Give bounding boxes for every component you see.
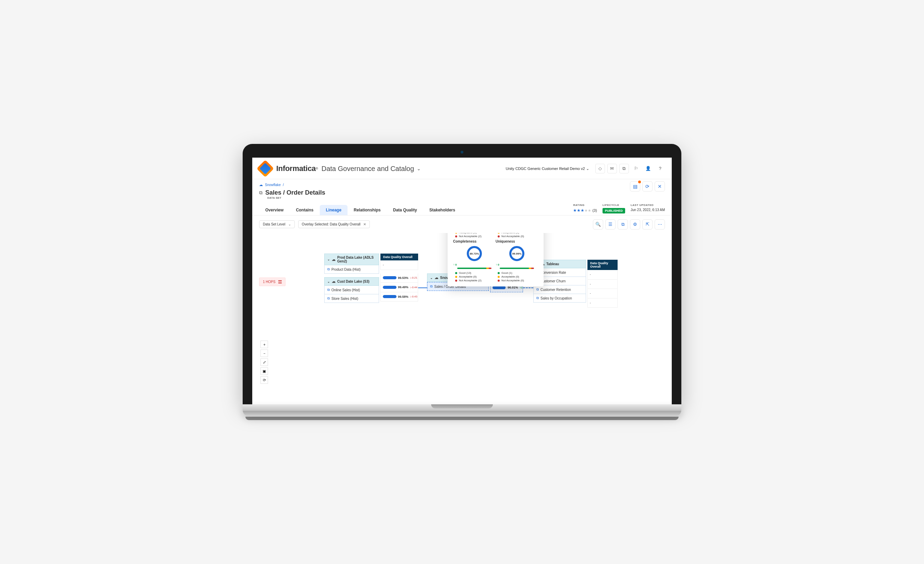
metric-cell: 99.58%↓-0.43 <box>380 292 418 302</box>
laptop-frame: Informatica® Data Governance and Catalog… <box>243 144 681 420</box>
lifecycle-badge: PUBLISHED <box>603 208 625 213</box>
filter-button[interactable]: ☰ <box>605 219 615 230</box>
level-selector[interactable]: Data Set Level⌄ <box>259 220 295 228</box>
lineage-group-header[interactable]: ⌄☁Prod Data Lake (ADLS Gen2) <box>324 254 379 265</box>
tab-stakeholders[interactable]: Stakeholders <box>423 205 461 215</box>
layout-button[interactable]: ⧉ <box>618 219 628 230</box>
metric-cell: 99.49%↓-0.44 <box>380 283 418 292</box>
breadcrumb: ☁ Snowflake / ▤ ⟳ ✕ <box>252 179 672 187</box>
zoom-out-button[interactable]: － <box>261 350 268 357</box>
tag-icon[interactable]: ◇ <box>596 164 605 173</box>
zoom-controls: ＋ － ⤢ ▣ ⟳ <box>261 340 268 384</box>
star-icon: ★★★ <box>573 208 584 213</box>
gauge-uniqueness: 99.99% <box>509 246 524 261</box>
mail-icon[interactable]: ✉ <box>608 164 617 173</box>
chevron-down-icon: ⌄ <box>288 222 291 226</box>
tab-lineage[interactable]: Lineage <box>320 205 348 215</box>
cloud-icon: ☁ <box>332 257 336 262</box>
overlay-chip[interactable]: Overlay Selected: Data Quality Overall✕ <box>298 220 370 228</box>
lineage-node[interactable]: ⧉Store Sales (Hist) <box>324 294 379 303</box>
fullscreen-button[interactable]: ▣ <box>261 368 268 375</box>
dataset-icon: ⧉ <box>259 190 262 196</box>
lifecycle-label: LIFECYCLE <box>603 204 625 207</box>
app-header: Informatica® Data Governance and Catalog… <box>252 158 672 179</box>
metric-cell: 99.53%↓-0.21 <box>380 273 418 283</box>
page-title: Sales / Order Details <box>265 189 325 196</box>
asset-meta: RATING ★★★★★ (3) LIFECYCLE PUBLISHED LAS… <box>573 204 665 213</box>
gauge-completeness: 89.73% <box>467 246 482 261</box>
help-icon[interactable]: ? <box>655 164 665 173</box>
header-toolbar: ◇ ✉ ⧉ ⚐ 👤 ? <box>594 164 665 174</box>
metric-column-header: Data Quality Overall <box>380 254 418 260</box>
lineage-node[interactable]: ⧉Customer Retention <box>533 285 586 294</box>
lineage-toolbar: Data Set Level⌄ Overlay Selected: Data Q… <box>252 216 672 233</box>
updated-label: LAST UPDATED <box>631 204 665 207</box>
hops-badge[interactable]: 1 HOPS <box>259 278 285 286</box>
export-button[interactable]: ⇱ <box>642 219 652 230</box>
quality-popover: Overall 96.01% ↑ 0 Good (24) Acceptable … <box>448 233 544 286</box>
settings-button[interactable]: ⚙ <box>630 219 640 230</box>
metric-cell: - <box>588 289 618 298</box>
dataset-icon: ⧉ <box>327 267 330 272</box>
tab-contains[interactable]: Contains <box>290 205 320 215</box>
metric-cell: - <box>380 260 418 270</box>
rating-label: RATING <box>573 204 597 207</box>
lineage-canvas[interactable]: Overall 96.01% ↑ 0 Good (24) Acceptable … <box>252 233 672 404</box>
zoom-in-button[interactable]: ＋ <box>261 340 268 348</box>
breadcrumb-link[interactable]: Snowflake <box>265 183 281 187</box>
brand-logo-icon <box>257 160 274 177</box>
tab-data-quality[interactable]: Data Quality <box>387 205 423 215</box>
lineage-group-header[interactable]: ⌄☁Cust Date Lake (S3) <box>324 277 379 286</box>
metric-cell: - <box>588 270 618 280</box>
tab-overview[interactable]: Overview <box>259 205 290 215</box>
cloud-icon: ☁ <box>259 183 263 187</box>
updated-value: Jun 23, 2022, 6:13 AM <box>631 208 665 212</box>
user-icon[interactable]: 👤 <box>643 164 653 173</box>
reset-button[interactable]: ⟳ <box>261 376 268 384</box>
lineage-node[interactable]: ⧉Product Data (Hist) <box>324 265 379 274</box>
context-switcher[interactable]: Unity CDGC Generic Customer Retail Demo … <box>506 166 589 171</box>
search-button[interactable]: 🔍 <box>593 219 603 230</box>
lineage-node[interactable]: ⧉Sales by Occupation <box>533 294 586 303</box>
metric-cell: - <box>588 280 618 289</box>
caret-down-icon: ⌄ <box>327 258 330 261</box>
more-button[interactable]: ⋯ <box>655 219 665 230</box>
app-switcher-chevron-icon[interactable]: ⌄ <box>417 166 421 171</box>
fit-button[interactable]: ⤢ <box>261 358 268 366</box>
brand-name: Informatica <box>276 164 316 173</box>
camera-icon <box>460 151 464 153</box>
lineage-node[interactable]: ⧉Online Sales (Hist) <box>324 286 379 294</box>
chip-remove-icon[interactable]: ✕ <box>363 222 366 226</box>
tab-relationships[interactable]: Relationships <box>348 205 387 215</box>
page-subtitle: DATA SET <box>252 196 672 200</box>
metric-cell: - <box>588 298 618 308</box>
app-name: Data Governance and Catalog <box>321 165 414 173</box>
metric-column-header: Data Quality Overall <box>588 260 618 270</box>
flag-icon[interactable]: ⚐ <box>631 164 641 173</box>
hamburger-icon <box>278 280 282 284</box>
copy-icon[interactable]: ⧉ <box>620 164 629 173</box>
